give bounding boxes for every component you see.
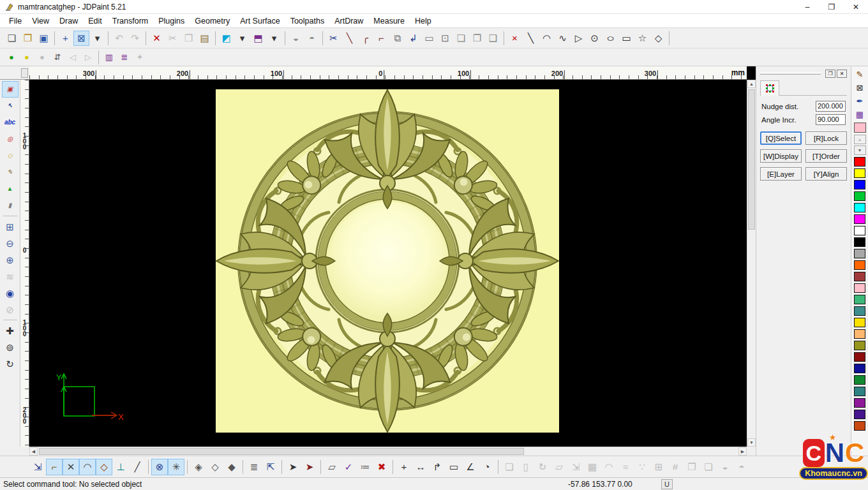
minimize-button[interactable]: – <box>795 0 819 13</box>
copy-move-tool[interactable]: ❐ <box>469 31 485 46</box>
redraw-button[interactable]: ↻ <box>2 355 19 372</box>
art-dome-a-button[interactable]: ◒ <box>288 31 304 46</box>
measure-point-button[interactable]: + <box>396 459 412 475</box>
snap-corner-toggle[interactable]: ⌐ <box>46 459 63 475</box>
open-button[interactable]: ❐ <box>20 31 36 46</box>
order-mode-button[interactable]: [T]Order <box>805 149 847 163</box>
render-mode-button[interactable]: ◩ <box>218 31 234 46</box>
show-selected-button[interactable]: ● <box>19 50 34 64</box>
text-tool[interactable]: abc <box>2 114 19 131</box>
zoom-out-button[interactable]: ⊖ <box>2 235 19 251</box>
menu-view[interactable]: View <box>27 15 54 27</box>
zoom-previous-button[interactable]: ⊘ <box>2 301 19 318</box>
arc-tool[interactable]: ◠ <box>539 31 555 46</box>
skew-button[interactable]: ▱ <box>551 459 567 475</box>
pen-style-button[interactable]: ✎ <box>853 68 867 81</box>
drawing-canvas[interactable]: Y X <box>29 80 747 447</box>
rectangle-tool[interactable]: ▭ <box>618 31 634 46</box>
mirror-button[interactable]: ▯ <box>518 459 534 475</box>
color-swatch[interactable] <box>854 249 865 258</box>
offset-rect-tool[interactable]: ⧉ <box>389 31 405 46</box>
fit-window-button[interactable]: ≋ <box>2 268 19 285</box>
group-button[interactable]: ❐ <box>684 459 700 475</box>
color-swatch[interactable] <box>854 260 865 270</box>
panel-close-button[interactable]: ✕ <box>837 70 847 78</box>
stack-move-button[interactable]: ⇱ <box>262 459 279 475</box>
align-mode-button[interactable]: [Y]Align <box>805 167 847 181</box>
color-swatch[interactable] <box>854 421 865 431</box>
close-button[interactable]: ✕ <box>844 0 868 13</box>
workplane-zx-button[interactable]: ◆ <box>223 459 240 475</box>
color-swatch[interactable] <box>854 387 865 396</box>
cut-button[interactable]: ✂ <box>165 31 181 46</box>
relief-cone-tool[interactable]: ▲ <box>2 181 19 197</box>
stack-order-button[interactable]: ≣ <box>246 459 262 475</box>
polyline-tool[interactable]: ▷ <box>571 31 587 46</box>
brush-tool[interactable]: ✎ <box>2 164 19 181</box>
new-button[interactable]: ❏ <box>4 31 20 46</box>
scroll-left-button[interactable]: ◀ <box>29 447 38 456</box>
color-swatch[interactable] <box>854 329 865 339</box>
view-eye-button[interactable]: ◉ <box>2 285 19 301</box>
select-rect-tool[interactable]: ⊠ <box>73 31 89 46</box>
copy-transform-button[interactable]: ❏ <box>501 459 518 475</box>
delete-selected-button[interactable]: ✖ <box>373 459 390 475</box>
menu-draw[interactable]: Draw <box>54 15 83 27</box>
measure-bounds-button[interactable]: ▭ <box>445 459 462 475</box>
copy-button[interactable]: ❐ <box>181 31 197 46</box>
color-swatch[interactable] <box>854 398 865 408</box>
view-3d-button[interactable]: ⬒ <box>250 31 266 46</box>
color-swatch[interactable] <box>854 191 865 201</box>
cut-curve-tool[interactable]: ✂ <box>326 31 341 46</box>
color-swatch[interactable] <box>854 237 865 247</box>
swap-visibility-button[interactable]: ⇵ <box>50 50 65 64</box>
maximize-button[interactable]: ❐ <box>819 0 844 13</box>
ungroup-button[interactable]: ❏ <box>700 459 717 475</box>
pick-add-button[interactable]: ➤ <box>285 459 301 475</box>
scroll-down-button[interactable]: ▼ <box>747 438 756 447</box>
measure-distance-button[interactable]: ↔ <box>412 459 429 475</box>
ellipse-tool[interactable]: ○ <box>602 31 618 46</box>
array-button[interactable]: ▦ <box>584 459 601 475</box>
color-swatch[interactable] <box>854 341 865 350</box>
highlight-pick-button[interactable]: ● <box>34 50 50 64</box>
color-swatch[interactable] <box>854 157 865 167</box>
color-swatch[interactable] <box>854 364 865 373</box>
copy-object-tool[interactable]: ❏ <box>453 31 469 46</box>
menu-help[interactable]: Help <box>410 15 437 27</box>
menu-edit[interactable]: Edit <box>83 15 107 27</box>
vertical-scrollbar[interactable]: ▲ ▼ <box>747 80 756 447</box>
measure-angle-button[interactable]: ∠ <box>462 459 479 475</box>
color-swatch[interactable] <box>854 272 865 281</box>
menu-plugins[interactable]: Plugins <box>153 15 190 27</box>
zoom-actual-button[interactable]: ⊚ <box>2 339 19 355</box>
field-input[interactable]: 90.000 <box>816 114 846 125</box>
zoom-in-button[interactable]: ⊕ <box>2 251 19 268</box>
dome-tool-button[interactable]: ◒ <box>717 459 733 475</box>
next-view-button[interactable]: ▷ <box>80 50 96 64</box>
field-input[interactable]: 200.000 <box>816 101 846 112</box>
star-tool[interactable]: ☆ <box>634 31 650 46</box>
paste-button[interactable]: ▤ <box>197 31 213 46</box>
color-swatch[interactable] <box>854 180 865 189</box>
lamp-button[interactable]: ✦ <box>132 50 147 64</box>
snap-node-toggle[interactable]: ✳ <box>168 459 184 475</box>
measure-path-button[interactable]: ↱ <box>429 459 445 475</box>
color-swatch[interactable] <box>854 375 865 385</box>
color-swatch[interactable] <box>854 168 865 178</box>
palette-scroll-down[interactable]: ▼ <box>854 145 866 155</box>
menu-measure[interactable]: Measure <box>368 15 410 27</box>
snap-intersect-toggle[interactable]: ✕ <box>63 459 79 475</box>
redo-button[interactable]: ↷ <box>127 31 143 46</box>
color-swatch[interactable] <box>854 226 865 235</box>
horizontal-scroll-thumb[interactable] <box>39 448 524 455</box>
color-swatch[interactable] <box>854 283 865 293</box>
color-swatch[interactable] <box>854 306 865 316</box>
crosshair-tool[interactable]: + <box>57 31 73 46</box>
fillet-tool[interactable]: ╭ <box>357 31 373 46</box>
chamfer-tool[interactable]: ⌐ <box>373 31 389 46</box>
eraser-tool[interactable]: ◇ <box>2 147 19 164</box>
line-tool[interactable]: ╲ <box>523 31 539 46</box>
panel-grip[interactable] <box>760 72 821 75</box>
object-properties-button[interactable]: ≔ <box>357 459 373 475</box>
